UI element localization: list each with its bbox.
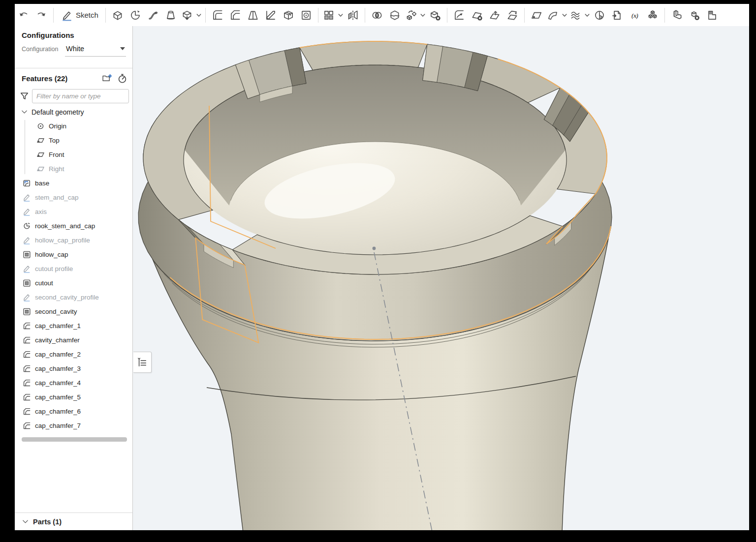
feature-filter-input[interactable] <box>32 89 129 103</box>
filter-funnel-icon[interactable] <box>20 91 29 101</box>
chamfer-button[interactable] <box>226 6 244 25</box>
configuration-select[interactable]: White <box>65 45 126 57</box>
feature-label: hollow_cap_profile <box>35 237 90 244</box>
mirror-button[interactable] <box>344 6 362 25</box>
feature-rook-stem-and-cap[interactable]: rook_stem_and_cap <box>15 219 132 233</box>
plane-icon <box>36 151 45 159</box>
feature-stem-and-cap[interactable]: stem_and_cap <box>15 190 132 205</box>
feature-axis[interactable]: axis <box>15 205 132 219</box>
feature-cap-chamfer-4[interactable]: cap_chamfer_4 <box>15 376 132 390</box>
chamfer-icon <box>229 9 242 22</box>
feature-label: second_cavity_profile <box>35 294 99 301</box>
feature-label: cap_chamfer_6 <box>35 408 81 415</box>
feature-right[interactable]: Right <box>15 162 132 176</box>
feature-label: cap_chamfer_3 <box>35 365 81 372</box>
revolve-button[interactable] <box>126 6 144 25</box>
insert-part-button[interactable] <box>668 6 686 25</box>
feature-label: cutout profile <box>35 265 73 272</box>
3d-viewport[interactable] <box>133 26 749 530</box>
feature-label: cap_chamfer_4 <box>35 379 81 387</box>
move-face-button[interactable] <box>486 6 504 25</box>
modify-fillet-icon <box>453 9 466 22</box>
feature-label: Origin <box>49 122 66 130</box>
extrude-button[interactable] <box>109 6 126 25</box>
feature-cavity-chamfer[interactable]: cavity_chamfer <box>15 333 132 347</box>
draft-button[interactable] <box>244 6 262 25</box>
delete-face-button[interactable] <box>468 6 486 25</box>
linear-pattern-button[interactable] <box>321 6 344 25</box>
feature-base[interactable]: base <box>15 176 132 190</box>
plane-button[interactable] <box>528 6 545 25</box>
feature-cap-chamfer-1[interactable]: cap_chamfer_1 <box>15 319 132 333</box>
feature-label: cap_chamfer_5 <box>35 393 81 401</box>
feature-hollow-cap[interactable]: hollow_cap <box>15 247 132 262</box>
hole-icon <box>300 9 313 22</box>
feature-cutout-profile[interactable]: cutout profile <box>15 262 132 276</box>
rib-button[interactable] <box>262 6 280 25</box>
cad-app-window: Sketch(x) Configurations Configuration W… <box>15 4 749 530</box>
feature-cap-chamfer-2[interactable]: cap_chamfer_2 <box>15 347 132 361</box>
toolbar-separator <box>447 8 447 23</box>
feature-default-geometry[interactable]: Default geometry <box>15 105 132 119</box>
svg-text:(x): (x) <box>631 12 639 19</box>
custom-features-button[interactable] <box>644 6 662 25</box>
variable-button[interactable]: (x) <box>626 6 644 25</box>
feature-origin[interactable]: Origin <box>15 119 132 133</box>
add-folder-icon[interactable] <box>102 73 112 84</box>
features-header: Features (22) <box>22 73 127 84</box>
draft-icon <box>247 9 259 22</box>
feature-cap-chamfer-3[interactable]: cap_chamfer_3 <box>15 361 132 376</box>
features-scrollbar[interactable] <box>22 437 127 442</box>
feature-second-cavity-profile[interactable]: second_cavity_profile <box>15 290 132 304</box>
sketch-button[interactable]: Sketch <box>57 6 102 25</box>
helix-button[interactable] <box>591 6 608 25</box>
curves-icon <box>569 9 582 22</box>
fillet-button[interactable] <box>209 6 226 25</box>
shell-icon <box>282 9 295 22</box>
redo-icon <box>35 9 48 22</box>
feature-hollow-cap-profile[interactable]: hollow_cap_profile <box>15 233 132 247</box>
derived-icon <box>611 9 624 22</box>
feature-cap-chamfer-7[interactable]: cap_chamfer_7 <box>15 419 132 433</box>
parts-title: Parts (1) <box>33 518 62 526</box>
sketch-button-label: Sketch <box>76 11 98 19</box>
derived-button[interactable] <box>608 6 626 25</box>
undo-button[interactable] <box>15 6 32 25</box>
sheet-metal-button[interactable] <box>703 6 721 25</box>
fillet-icon <box>211 9 224 22</box>
boolean-icon <box>371 9 383 22</box>
configurations-title: Configurations <box>22 31 74 39</box>
delete-model-button[interactable] <box>686 6 703 25</box>
toolbar-group <box>450 6 521 25</box>
replace-face-button[interactable] <box>504 6 521 25</box>
shell-button[interactable] <box>280 6 297 25</box>
toolbar-group <box>209 6 315 25</box>
toolbar-separator <box>205 8 206 23</box>
rollback-stopwatch-icon[interactable] <box>117 73 127 84</box>
collapse-feature-list-button[interactable] <box>133 352 152 373</box>
feature-front[interactable]: Front <box>15 148 132 162</box>
feature-list-toggle-icon <box>137 357 148 368</box>
sweep-button[interactable] <box>144 6 162 25</box>
split-button[interactable] <box>386 6 404 25</box>
feature-cap-chamfer-5[interactable]: cap_chamfer_5 <box>15 390 132 404</box>
loft-button[interactable] <box>162 6 180 25</box>
feature-cutout[interactable]: cutout <box>15 276 132 290</box>
modify-fillet-button[interactable] <box>450 6 468 25</box>
sketch-icon <box>23 193 31 202</box>
feature-top[interactable]: Top <box>15 133 132 148</box>
feature-second-cavity[interactable]: second_cavity <box>15 304 132 319</box>
viewport-canvas[interactable] <box>133 26 749 530</box>
curves-button[interactable] <box>568 6 591 25</box>
thicken-button[interactable] <box>180 6 202 25</box>
boolean-button[interactable] <box>368 6 386 25</box>
parts-section-header[interactable]: Parts (1) <box>15 512 132 530</box>
redo-button[interactable] <box>32 6 50 25</box>
delete-part-button[interactable] <box>426 6 444 25</box>
fill-surface-button[interactable] <box>545 6 568 25</box>
plane-icon <box>36 136 45 145</box>
transform-button[interactable] <box>404 6 426 25</box>
feature-cap-chamfer-6[interactable]: cap_chamfer_6 <box>15 404 132 419</box>
sketch-icon <box>61 9 73 22</box>
hole-button[interactable] <box>297 6 315 25</box>
